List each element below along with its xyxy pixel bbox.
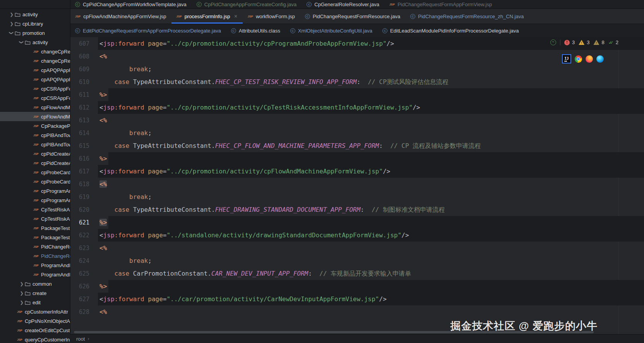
code-line-616[interactable]: 616%>	[70, 152, 644, 165]
tree-item-cpFlowAndMa[interactable]: cpFlowAndMa	[0, 103, 70, 112]
breadcrumb-item[interactable]: root	[76, 336, 85, 342]
tree-item-edit[interactable]: ❯edit	[0, 298, 70, 307]
tree-item-ProgramAndP[interactable]: ProgramAndP	[0, 261, 70, 270]
tree-item-cpAPQPAppFo[interactable]: cpAPQPAppFo	[0, 65, 70, 75]
tree-item-cpLibrary[interactable]: ❯cpLibrary	[0, 19, 70, 28]
tree-item-cpProbeCardC[interactable]: cpProbeCardC	[0, 177, 70, 186]
intellij-idea-icon[interactable]: IJ	[562, 54, 571, 63]
firefox-icon[interactable]	[586, 55, 593, 63]
tree-item-PackageTestRe[interactable]: PackageTestRe	[0, 223, 70, 233]
tree-item-cpCustomerInfoAttr[interactable]: cpCustomerInfoAttr	[0, 307, 70, 316]
tab-AttributeUtils.class[interactable]: CAttributeUtils.class	[226, 24, 285, 37]
tree-item-promotion[interactable]: ❯promotion	[0, 28, 70, 38]
tree-item-cpCSRAppForm[interactable]: cpCSRAppForm	[0, 84, 70, 93]
chrome-icon[interactable]	[575, 55, 582, 63]
tree-item-create[interactable]: ❯create	[0, 288, 70, 298]
warning-count[interactable]: 3	[587, 39, 589, 45]
tree-item-activity[interactable]: ❯activity	[0, 10, 70, 19]
inspections-widget[interactable]: ~ ! 3 ! 3 ! 8 ✓✓ 2	[550, 39, 620, 45]
code-line-617[interactable]: 617<jsp:forward page="../cp/promotion/ac…	[70, 165, 644, 178]
chevron-right-icon[interactable]: ❯	[9, 19, 15, 28]
chevron-right-icon[interactable]: ❯	[19, 298, 25, 307]
tab-CpGeneralRoleResolver.java[interactable]: CCpGeneralRoleResolver.java	[301, 0, 384, 9]
tree-item-cpPidCreateAp[interactable]: cpPidCreateAp	[0, 158, 70, 168]
code-line-622[interactable]: 622<jsp:forward page="../standalone/acti…	[70, 229, 644, 242]
tree-item-CpTestRiskAcc[interactable]: CpTestRiskAcc	[0, 205, 70, 214]
tab-PidChangeRequestFormResource.java[interactable]: CPidChangeRequestFormResource.java	[300, 9, 405, 24]
tree-item-cpPidCreateAp[interactable]: cpPidCreateAp	[0, 149, 70, 158]
tab-XmlObjectAttributeConfigUtil.java[interactable]: CXmlObjectAttributeConfigUtil.java	[285, 24, 377, 37]
tree-item-cpProgramAn[interactable]: cpProgramAn	[0, 196, 70, 205]
tree-item-cpProgramAn[interactable]: cpProgramAn	[0, 186, 70, 196]
tree-item-cpPIBAndTow[interactable]: cpPIBAndTow	[0, 130, 70, 140]
code-line-613[interactable]: 613<%	[70, 114, 644, 127]
resolved-count[interactable]: 2	[616, 39, 618, 45]
code-line-611[interactable]: 611%>	[70, 88, 644, 101]
weak-warning-count[interactable]: 8	[601, 39, 604, 45]
code-editor[interactable]: 607<jsp:forward page="../cp/promotion/ac…	[70, 37, 644, 334]
tab-cpFlowAndMachineAppFormView.jsp[interactable]: cpFlowAndMachineAppFormView.jsp	[70, 9, 171, 24]
tree-item-changeCpRevi[interactable]: changeCpRevi	[0, 47, 70, 56]
code-line-620[interactable]: 620 case TypeAttributeConstant.FHEC_DRAW…	[70, 203, 644, 216]
tree-item-common[interactable]: ❯common	[0, 279, 70, 288]
tab-PidChangeRequestFormResource_zh_CN.java[interactable]: CPidChangeRequestFormResource_zh_CN.java	[405, 9, 529, 24]
close-tab-icon[interactable]: ✕	[234, 14, 238, 19]
tree-item-cpPIBAndTow[interactable]: cpPIBAndTow	[0, 140, 70, 149]
chevron-right-icon[interactable]: ❯	[9, 10, 15, 19]
tab-processFormInfo.jsp[interactable]: processFormInfo.jsp✕	[171, 9, 243, 24]
weak-warning-icon[interactable]: !	[593, 40, 599, 45]
token: page	[148, 168, 163, 175]
jsp-file-icon	[33, 96, 41, 100]
code-line-612[interactable]: 612<jsp:forward page="../cp/promotion/ac…	[70, 101, 644, 114]
code-line-626[interactable]: 626%>	[70, 280, 644, 293]
tree-item-ProgramAndP[interactable]: ProgramAndP	[0, 270, 70, 279]
tree-item-CpPackagePar[interactable]: CpPackagePar	[0, 121, 70, 130]
code-line-615[interactable]: 615 case TypeAttributeConstant.FHEC_CP_F…	[70, 139, 644, 152]
error-icon[interactable]: !	[564, 40, 570, 45]
tree-item-cpFlowAndMa[interactable]: cpFlowAndMa	[0, 112, 70, 121]
code-line-618[interactable]: 618<%	[70, 178, 644, 190]
code-line-623[interactable]: 623<%	[70, 242, 644, 254]
chevron-right-icon[interactable]: ❯	[19, 279, 25, 288]
code-line-628[interactable]: 628<%	[70, 305, 644, 318]
tree-item-label: cpProgramAn	[41, 197, 70, 203]
code-line-624[interactable]: 624 break;	[70, 254, 644, 267]
error-count[interactable]: 3	[572, 39, 575, 45]
tree-item-cpProbeCardC[interactable]: cpProbeCardC	[0, 168, 70, 177]
code-line-610[interactable]: 610 case TypeAttributeConstant.FHEC_CP_T…	[70, 75, 644, 88]
code-line-614[interactable]: 614 break;	[70, 127, 644, 139]
tab-EditPidChangeRequestFormAppFormProcessorDelegate.java[interactable]: CEditPidChangeRequestFormAppFormProcesso…	[70, 24, 226, 37]
line-number: 610	[70, 76, 89, 89]
code-line-619[interactable]: 619 break;	[70, 190, 644, 203]
jsp-file-icon	[33, 106, 41, 109]
code-line-608[interactable]: 608<%	[70, 50, 644, 63]
tree-item-CpPsNoXmlObjectAt[interactable]: CpPsNoXmlObjectAt	[0, 316, 70, 326]
tree-item-queryCpCustomerIn[interactable]: queryCpCustomerIn	[0, 335, 70, 343]
tree-item-PidChangeReq[interactable]: PidChangeReq	[0, 242, 70, 251]
tree-item-cpCSRAppForm[interactable]: cpCSRAppForm	[0, 93, 70, 103]
folder-icon	[15, 12, 22, 17]
code-line-609[interactable]: 609 break;	[70, 63, 644, 75]
tab-workflowForm.jsp[interactable]: workflowForm.jsp	[243, 9, 300, 24]
tree-item-changeCpRevi[interactable]: changeCpRevi	[0, 56, 70, 65]
code-line-625[interactable]: 625 case CarPromotionConstant.CAR_NEW_DE…	[70, 267, 644, 280]
tree-item-PackageTestRe[interactable]: PackageTestRe	[0, 233, 70, 242]
chevron-down-icon[interactable]: ❯	[17, 39, 26, 45]
tree-item-createOrEditCpCust[interactable]: createOrEditCpCust	[0, 326, 70, 335]
code-line-621[interactable]: 621%>	[70, 216, 644, 229]
chevron-down-icon[interactable]: ❯	[7, 30, 16, 36]
tree-item-PidChangeReq[interactable]: PidChangeReq	[0, 251, 70, 261]
tab-CpPidChangeAppFormCreateConfig.java[interactable]: CCpPidChangeAppFormCreateConfig.java	[192, 0, 301, 9]
tab-CpPidChangeAppFromWorkflowTemplate.java[interactable]: CCpPidChangeAppFromWorkflowTemplate.java	[70, 0, 192, 9]
tree-item-cpAPQPAppFo[interactable]: cpAPQPAppFo	[0, 75, 70, 84]
highlighting-level-icon[interactable]: ~	[550, 39, 556, 45]
code-line-627[interactable]: 627<jsp:forward page="../car/promotion/a…	[70, 293, 644, 305]
tab-PidChangeRequestFormAppFormView.jsp[interactable]: PidChangeRequestFormAppFormView.jsp	[384, 0, 497, 9]
tab-EditLeadScanModulePidInfoFormProcessorDelegate.java[interactable]: CEditLeadScanModulePidInfoFormProcessorD…	[377, 24, 524, 37]
edge-icon[interactable]	[596, 55, 604, 63]
tree-item-activity[interactable]: ❯activity	[0, 38, 70, 47]
chevron-right-icon[interactable]: ❯	[19, 288, 25, 298]
tree-item-CpTestRiskAcc[interactable]: CpTestRiskAcc	[0, 214, 70, 223]
warning-icon[interactable]: !	[579, 40, 584, 45]
resolved-problems-icon[interactable]: ✓✓	[608, 40, 611, 45]
